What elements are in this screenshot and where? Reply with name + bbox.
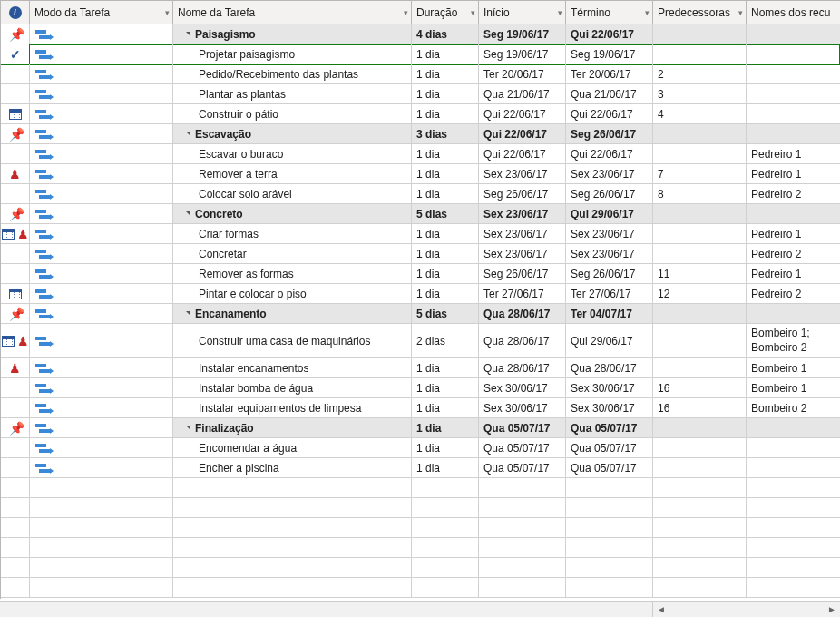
cell-indicator[interactable] bbox=[1, 64, 30, 83]
cell-duration[interactable]: 1 dia bbox=[412, 224, 479, 243]
cell-mode[interactable] bbox=[30, 324, 173, 357]
cell-mode[interactable] bbox=[30, 124, 173, 143]
cell-predecessors[interactable] bbox=[653, 498, 747, 517]
cell-finish[interactable] bbox=[566, 578, 653, 597]
cell-indicator[interactable]: 📌 bbox=[1, 418, 30, 437]
cell-start[interactable]: Seg 26/06/17 bbox=[479, 264, 566, 283]
cell-name[interactable]: Criar formas bbox=[173, 224, 412, 243]
cell-predecessors[interactable] bbox=[653, 44, 747, 64]
cell-name[interactable]: Pintar e colocar o piso bbox=[173, 284, 412, 303]
cell-start[interactable]: Sex 23/06/17 bbox=[479, 244, 566, 263]
cell-finish[interactable]: Qua 21/06/17 bbox=[566, 84, 653, 103]
empty-row[interactable] bbox=[1, 538, 840, 558]
cell-duration[interactable]: 1 dia bbox=[412, 284, 479, 303]
cell-predecessors[interactable] bbox=[653, 358, 747, 377]
empty-row[interactable] bbox=[1, 578, 840, 598]
cell-finish[interactable]: Seg 26/06/17 bbox=[566, 124, 653, 143]
cell-finish[interactable]: Sex 30/06/17 bbox=[566, 398, 653, 417]
cell-resources[interactable] bbox=[747, 518, 840, 537]
cell-name[interactable]: Remover as formas bbox=[173, 264, 412, 283]
cell-mode[interactable] bbox=[30, 64, 173, 83]
cell-resources[interactable] bbox=[747, 538, 840, 557]
cell-name[interactable] bbox=[173, 478, 412, 497]
col-header-resources[interactable]: Nomes dos recu bbox=[747, 1, 840, 24]
cell-indicator[interactable] bbox=[1, 184, 30, 203]
cell-duration[interactable] bbox=[412, 558, 479, 577]
task-row[interactable]: Remover as formas1 diaSeg 26/06/17Seg 26… bbox=[1, 264, 840, 284]
cell-predecessors[interactable] bbox=[653, 438, 747, 457]
cell-finish[interactable]: Seg 26/06/17 bbox=[566, 184, 653, 203]
cell-indicator[interactable] bbox=[1, 578, 30, 597]
cell-resources[interactable]: Pedreiro 2 bbox=[747, 244, 840, 263]
cell-indicator[interactable]: ♟ bbox=[1, 324, 30, 357]
cell-name[interactable]: Pedido/Recebimento das plantas bbox=[173, 64, 412, 83]
cell-start[interactable]: Qua 05/07/17 bbox=[479, 458, 566, 477]
cell-finish[interactable]: Ter 04/07/17 bbox=[566, 304, 653, 323]
cell-start[interactable]: Qui 22/06/17 bbox=[479, 104, 566, 123]
cell-mode[interactable] bbox=[30, 558, 173, 577]
cell-indicator[interactable] bbox=[1, 144, 30, 163]
cell-predecessors[interactable] bbox=[653, 224, 747, 243]
cell-finish[interactable]: Qui 29/06/17 bbox=[566, 204, 653, 223]
cell-resources[interactable]: Pedreiro 2 bbox=[747, 284, 840, 303]
cell-mode[interactable] bbox=[30, 538, 173, 557]
cell-name[interactable]: Projetar paisagismo bbox=[173, 44, 412, 64]
cell-predecessors[interactable] bbox=[653, 144, 747, 163]
cell-mode[interactable] bbox=[30, 224, 173, 243]
cell-duration[interactable]: 1 dia bbox=[412, 44, 479, 64]
cell-duration[interactable]: 3 dias bbox=[412, 124, 479, 143]
cell-mode[interactable] bbox=[30, 498, 173, 517]
cell-mode[interactable] bbox=[30, 84, 173, 103]
cell-resources[interactable] bbox=[747, 44, 840, 64]
cell-indicator[interactable] bbox=[1, 398, 30, 417]
cell-duration[interactable]: 1 dia bbox=[412, 164, 479, 183]
cell-name[interactable]: Encher a piscina bbox=[173, 458, 412, 477]
task-row[interactable]: 📌Concreto5 diasSex 23/06/17Qui 29/06/17 bbox=[1, 204, 840, 224]
col-header-indicator[interactable]: i bbox=[1, 1, 30, 24]
cell-indicator[interactable]: ♟ bbox=[1, 164, 30, 183]
cell-mode[interactable] bbox=[30, 304, 173, 323]
cell-predecessors[interactable]: 11 bbox=[653, 264, 747, 283]
cell-start[interactable]: Sex 30/06/17 bbox=[479, 398, 566, 417]
cell-predecessors[interactable] bbox=[653, 24, 747, 44]
cell-name[interactable]: Plantar as plantas bbox=[173, 84, 412, 103]
scroll-right-arrow-icon[interactable]: ► bbox=[824, 602, 840, 617]
cell-predecessors[interactable]: 16 bbox=[653, 378, 747, 397]
cell-indicator[interactable] bbox=[1, 84, 30, 103]
cell-finish[interactable]: Qua 05/07/17 bbox=[566, 458, 653, 477]
cell-duration[interactable]: 5 dias bbox=[412, 304, 479, 323]
task-row[interactable]: Pintar e colocar o piso1 diaTer 27/06/17… bbox=[1, 284, 840, 304]
cell-name[interactable] bbox=[173, 578, 412, 597]
cell-mode[interactable] bbox=[30, 578, 173, 597]
cell-duration[interactable]: 2 dias bbox=[412, 324, 479, 357]
cell-start[interactable]: Seg 19/06/17 bbox=[479, 44, 566, 64]
cell-finish[interactable]: Sex 23/06/17 bbox=[566, 224, 653, 243]
cell-resources[interactable]: Bombeiro 1; Bombeiro 2 bbox=[747, 324, 840, 357]
cell-mode[interactable] bbox=[30, 478, 173, 497]
task-row[interactable]: Concretar1 diaSex 23/06/17Sex 23/06/17Pe… bbox=[1, 244, 840, 264]
cell-resources[interactable] bbox=[747, 418, 840, 437]
cell-name[interactable]: Instalar encanamentos bbox=[173, 358, 412, 377]
cell-resources[interactable]: Pedreiro 2 bbox=[747, 184, 840, 203]
cell-start[interactable] bbox=[479, 478, 566, 497]
cell-predecessors[interactable]: 4 bbox=[653, 104, 747, 123]
cell-start[interactable]: Qua 21/06/17 bbox=[479, 84, 566, 103]
cell-name[interactable]: Encomendar a água bbox=[173, 438, 412, 457]
cell-duration[interactable]: 4 dias bbox=[412, 24, 479, 44]
cell-resources[interactable]: Bombeiro 1 bbox=[747, 358, 840, 377]
cell-start[interactable]: Sex 30/06/17 bbox=[479, 378, 566, 397]
cell-duration[interactable]: 1 dia bbox=[412, 64, 479, 83]
cell-indicator[interactable]: ♟ bbox=[1, 358, 30, 377]
cell-indicator[interactable] bbox=[1, 244, 30, 263]
cell-start[interactable] bbox=[479, 518, 566, 537]
cell-mode[interactable] bbox=[30, 398, 173, 417]
cell-start[interactable] bbox=[479, 578, 566, 597]
cell-mode[interactable] bbox=[30, 144, 173, 163]
cell-finish[interactable]: Qua 05/07/17 bbox=[566, 438, 653, 457]
cell-finish[interactable]: Qui 22/06/17 bbox=[566, 144, 653, 163]
task-row[interactable]: Colocar solo arável1 diaSeg 26/06/17Seg … bbox=[1, 184, 840, 204]
cell-duration[interactable] bbox=[412, 518, 479, 537]
cell-indicator[interactable]: 📌 bbox=[1, 304, 30, 323]
cell-finish[interactable]: Qua 05/07/17 bbox=[566, 418, 653, 437]
cell-mode[interactable] bbox=[30, 104, 173, 123]
